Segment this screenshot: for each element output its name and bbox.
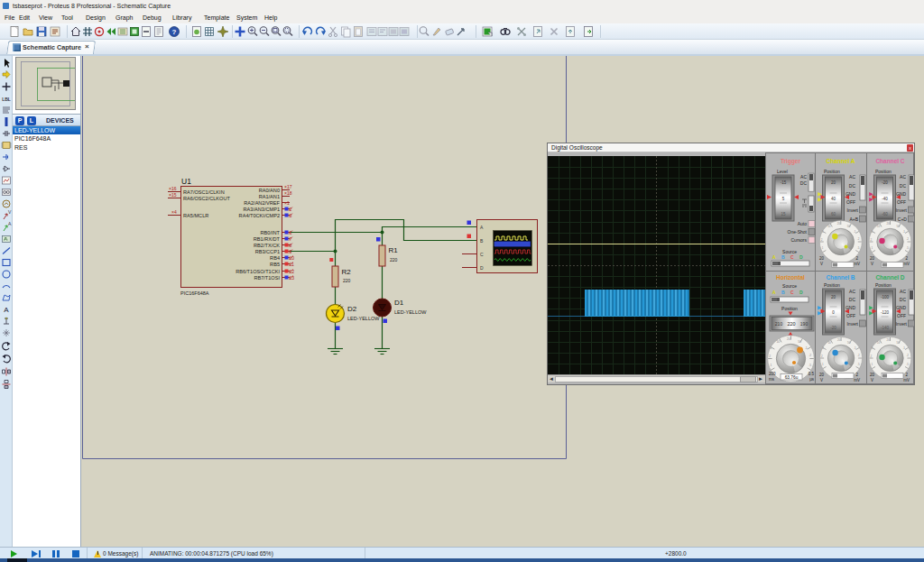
svg-text:Channel C: Channel C [875,158,904,164]
svg-text:Channel B: Channel B [826,274,855,281]
svg-text:C+D: C+D [898,217,908,222]
svg-text:2: 2 [905,373,908,377]
svg-text:-60: -60 [882,212,888,217]
svg-text:190: 190 [800,321,808,327]
svg-text:GND: GND [896,191,907,197]
svg-text:-15: -15 [781,180,787,185]
svg-text:Channel D: Channel D [875,274,904,281]
svg-text:µs: µs [809,377,815,382]
svg-text:220: 220 [787,321,795,327]
svg-text:-20: -20 [882,180,888,185]
svg-text:15: 15 [781,212,786,217]
svg-text:AC: AC [800,174,807,180]
svg-text:mV: mV [903,378,910,382]
svg-text:AC: AC [900,289,906,294]
svg-text:OFF: OFF [897,313,906,318]
svg-text:20: 20 [831,180,836,185]
svg-text:OFF: OFF [897,199,906,205]
svg-text:Position: Position [781,306,798,311]
svg-text:B: B [781,290,785,295]
svg-text:LBL: LBL [2,97,11,102]
svg-text:V: V [871,262,873,266]
svg-text:20: 20 [831,295,836,299]
svg-text:C: C [790,254,794,260]
svg-text:OFF: OFF [846,199,855,205]
svg-text:-140: -140 [881,326,890,330]
svg-text:Invert: Invert [895,207,907,213]
svg-text:D: D [799,254,803,260]
svg-text:63.76u: 63.76u [785,375,799,380]
svg-text:40: 40 [831,197,836,201]
svg-text:-100: -100 [881,295,890,299]
svg-text:mV: mV [903,262,910,266]
svg-text:20: 20 [819,373,825,377]
svg-text:Invert: Invert [895,321,907,327]
svg-text:Position: Position [875,169,892,174]
svg-text:A: A [4,306,9,314]
svg-text:A: A [8,221,12,226]
svg-text:Cursors: Cursors [790,237,807,243]
svg-text:GND: GND [845,305,856,310]
svg-text:mV: mV [854,262,860,266]
svg-text:-40: -40 [882,197,888,201]
svg-text:20: 20 [870,256,875,261]
svg-text:V: V [820,262,823,266]
svg-text:DC: DC [900,297,907,302]
svg-text:-120: -120 [881,310,890,315]
svg-text:A: A [772,290,776,295]
svg-text:-20: -20 [830,326,836,330]
svg-text:2: 2 [855,256,858,261]
svg-text:Position: Position [824,282,840,288]
svg-text:AC: AC [849,289,855,294]
svg-text:AC: AC [849,174,855,180]
svg-text:2: 2 [855,373,858,377]
svg-text:2: 2 [905,256,908,261]
svg-text:20: 20 [870,373,875,377]
svg-text:200: 200 [769,372,776,376]
svg-text:A+B: A+B [849,217,858,222]
svg-text:210: 210 [775,321,783,327]
svg-text:Channel A: Channel A [827,158,855,164]
svg-text:V: V [8,209,12,215]
svg-text:ms: ms [769,377,775,382]
svg-text:DC: DC [849,183,856,189]
svg-text:60: 60 [831,212,836,217]
svg-text:Invert: Invert [846,321,858,327]
svg-text:Position: Position [875,282,892,288]
svg-text:DC: DC [849,297,856,302]
svg-text:DC: DC [800,180,808,186]
svg-text:20: 20 [819,256,825,261]
svg-text:A: A [772,254,776,260]
svg-text:Source: Source [782,283,797,289]
svg-text:AC: AC [900,174,906,180]
svg-text:mV: mV [854,378,860,382]
svg-text:D: D [799,290,803,295]
svg-text:Level: Level [777,169,788,174]
svg-text:Invert: Invert [846,207,858,213]
svg-text:B: B [781,254,785,260]
svg-text:GND: GND [896,305,907,310]
svg-text:0.5: 0.5 [808,372,815,376]
svg-text:Horizontal: Horizontal [776,274,805,281]
svg-text:One-Shot: One-Shot [788,229,808,235]
svg-text:GND: GND [845,191,856,197]
svg-text:OFF: OFF [846,313,855,318]
svg-text:C: C [790,290,794,295]
svg-text:V: V [820,378,823,382]
svg-text:?: ? [172,28,177,36]
svg-text:DC: DC [900,183,907,189]
svg-text:V: V [871,378,873,382]
svg-text:Position: Position [824,169,840,174]
svg-text:Auto: Auto [798,221,808,226]
svg-text:Trigger: Trigger [781,158,801,165]
